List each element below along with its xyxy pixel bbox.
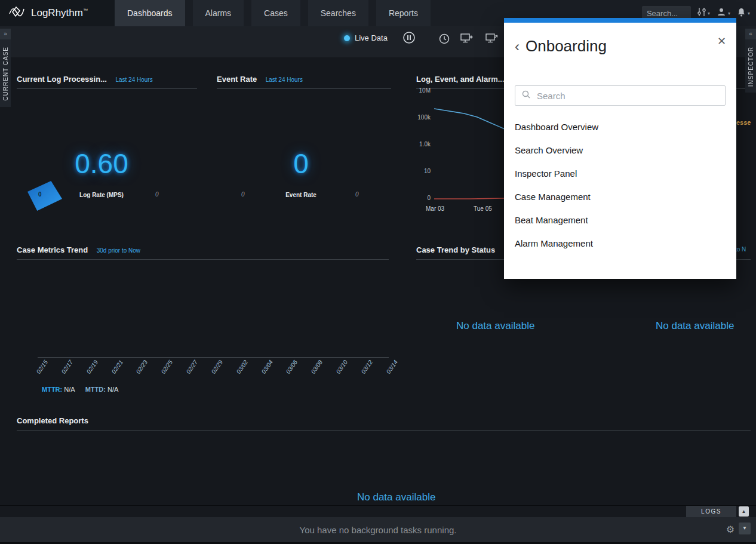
x-tick-label: 02/19 xyxy=(85,359,99,375)
truncated-label-fragment: esse xyxy=(736,119,751,126)
widget-title: Current Log Processin... xyxy=(17,75,107,84)
event-rate-value: 0 xyxy=(274,147,328,180)
nav-tab-dashboards[interactable]: Dashboards xyxy=(115,0,185,26)
chevron-down-icon: ▾ xyxy=(708,11,710,16)
sliders-icon xyxy=(697,7,706,19)
live-data-indicator-icon xyxy=(344,35,350,41)
export-dashboard-button[interactable] xyxy=(485,33,498,44)
gauge-pointer-value: 0 xyxy=(38,191,42,198)
add-widget-button[interactable] xyxy=(460,33,473,44)
current-case-drawer-tab[interactable]: » CURRENT CASE xyxy=(0,29,11,107)
onboarding-topic-item[interactable]: Dashboard Overview xyxy=(504,115,736,139)
gauge-axis-max: 0 xyxy=(155,191,159,198)
no-data-message: No data available xyxy=(456,320,534,332)
mttd-value: N/A xyxy=(107,386,118,393)
onboarding-topic-item[interactable]: Alarm Management xyxy=(504,232,736,255)
widget-header-completed-reports: Completed Reports xyxy=(17,415,751,431)
mttr-mttd-summary: MTTR: N/A MTTD: N/A xyxy=(42,386,127,393)
x-tick-label: 03/14 xyxy=(385,359,398,375)
onboarding-panel: ‹ Onboarding ✕ Dashboard OverviewSearch … xyxy=(504,18,736,279)
mttr-value: N/A xyxy=(64,386,75,393)
widget-time-range[interactable]: 30d prior to Now xyxy=(97,247,140,254)
mttr-label: MTTR: xyxy=(42,386,62,393)
event-rate-label: Event Rate xyxy=(274,192,328,198)
onboarding-search-box[interactable] xyxy=(515,85,726,106)
x-tick-label: 02/29 xyxy=(210,359,224,375)
x-tick-label: 02/17 xyxy=(60,359,73,375)
x-axis-labels: 02/1502/1702/1902/2102/2302/2502/2702/29… xyxy=(38,359,394,388)
search-icon xyxy=(521,90,531,102)
expand-left-icon[interactable]: « xyxy=(745,29,756,39)
logrhythm-logo-icon xyxy=(8,5,26,21)
truncated-range-fragment: to N xyxy=(735,246,746,253)
x-axis-line xyxy=(38,357,389,358)
x-tick-label: 03/10 xyxy=(335,359,349,375)
collapse-down-icon[interactable]: ▼ xyxy=(739,523,751,534)
live-data-toggle[interactable]: Live Data xyxy=(344,33,388,42)
y-axis-labels: 10M100k1.0k100 xyxy=(416,87,431,222)
close-icon[interactable]: ✕ xyxy=(717,35,726,48)
onboarding-topic-item[interactable]: Case Management xyxy=(504,185,736,208)
widget-title: Case Metrics Trend xyxy=(17,245,88,254)
onboarding-topic-item[interactable]: Search Overview xyxy=(504,139,736,162)
log-rate-label: Log Rate (MPS) xyxy=(64,192,139,198)
y-tick-label: 10 xyxy=(416,168,431,195)
mttd-label: MTTD: xyxy=(85,386,106,393)
onboarding-search-input[interactable] xyxy=(536,90,719,102)
logs-bar xyxy=(0,505,756,517)
primary-nav: Dashboards Alarms Cases Searches Reports xyxy=(115,0,438,26)
x-tick-label: Tue 05 xyxy=(474,205,492,212)
onboarding-topic-list: Dashboard OverviewSearch OverviewInspect… xyxy=(504,106,736,279)
gauge-needle xyxy=(27,181,62,211)
live-data-label: Live Data xyxy=(355,33,388,42)
onboarding-topic-item[interactable]: Beat Management xyxy=(504,208,736,232)
panel-accent-bar xyxy=(504,18,736,23)
notifications-button[interactable]: ▾ xyxy=(737,7,750,19)
widget-title: Log, Event, and Alarm... xyxy=(416,75,505,84)
x-tick-label: 02/15 xyxy=(35,359,49,375)
background-tasks-status: You have no background tasks running. xyxy=(300,525,457,535)
case-metrics-trend-chart: 02/1502/1702/1902/2102/2302/2502/2702/29… xyxy=(17,262,390,399)
log-rate-value: 0.60 xyxy=(64,147,139,180)
gauge-axis-max: 0 xyxy=(355,191,359,198)
nav-tab-cases[interactable]: Cases xyxy=(251,0,300,26)
widget-time-range[interactable]: Last 24 Hours xyxy=(115,76,152,83)
x-tick-label: 03/08 xyxy=(310,359,324,375)
trademark: ™ xyxy=(83,8,88,13)
bell-icon xyxy=(737,7,746,19)
inspector-drawer-tab[interactable]: « INSPECTOR xyxy=(745,29,756,93)
time-range-button[interactable] xyxy=(439,33,450,44)
widget-header-log-processing: Current Log Processin... Last 24 Hours xyxy=(17,73,197,89)
back-chevron-icon[interactable]: ‹ xyxy=(515,39,520,54)
panel-title: Onboarding xyxy=(525,37,607,56)
logs-tab[interactable]: LOGS xyxy=(686,506,736,517)
y-tick-label: 1.0k xyxy=(416,141,431,168)
current-case-label: CURRENT CASE xyxy=(2,39,9,107)
x-tick-label: 02/23 xyxy=(135,359,149,375)
pause-button[interactable] xyxy=(402,31,416,44)
widget-time-range[interactable]: Last 24 Hours xyxy=(266,76,303,83)
x-tick-label: 03/02 xyxy=(235,359,248,375)
filter-settings-menu[interactable]: ▾ xyxy=(697,7,710,19)
nav-tab-alarms[interactable]: Alarms xyxy=(193,0,244,26)
widget-title: Completed Reports xyxy=(17,416,88,425)
gear-icon[interactable]: ⚙ xyxy=(726,524,735,535)
brand: LogRhythm™ xyxy=(0,0,115,26)
background-tasks-bar: You have no background tasks running. xyxy=(0,517,756,542)
widget-title: Event Rate xyxy=(217,75,257,84)
panel-header: ‹ Onboarding ✕ xyxy=(504,23,736,59)
x-tick-label: 03/12 xyxy=(360,359,374,375)
expand-up-icon[interactable]: ▲ xyxy=(739,506,749,517)
y-tick-label: 100k xyxy=(416,114,431,141)
user-menu[interactable]: ▾ xyxy=(717,7,730,19)
nav-tab-searches[interactable]: Searches xyxy=(308,0,368,26)
gauge-axis-min: 0 xyxy=(241,191,245,198)
expand-right-icon[interactable]: » xyxy=(0,29,11,39)
no-data-message: No data available xyxy=(357,491,435,503)
nav-tab-reports[interactable]: Reports xyxy=(376,0,431,26)
inspector-label: INSPECTOR xyxy=(748,39,754,93)
x-tick-label: 03/04 xyxy=(260,359,273,375)
onboarding-topic-item[interactable]: Inspector Panel xyxy=(504,162,736,185)
brand-name: LogRhythm™ xyxy=(31,7,88,19)
x-tick-label: 02/27 xyxy=(185,359,199,375)
